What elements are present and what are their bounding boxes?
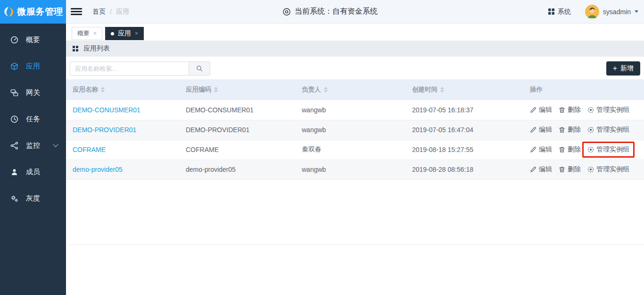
- sidebar-nav: 概要 应用 网关 任务 监控 成员 灰度: [0, 24, 66, 211]
- manage-instances-action[interactable]: 管理实例组: [584, 143, 633, 156]
- app-name-link[interactable]: demo-provider05: [73, 166, 123, 173]
- applications-table: 应用名称 应用编码 负责人 创建时间 操作 DEMO-CONUSMER01 DE…: [66, 79, 644, 180]
- sidebar-item-monitoring[interactable]: 监控: [0, 132, 66, 159]
- username: sysadmin: [603, 8, 631, 16]
- sort-icon[interactable]: [101, 85, 105, 94]
- panel-title: 应用列表: [83, 44, 110, 53]
- sidebar-item-label: 网关: [26, 88, 40, 97]
- main-content: 概要 应用 应用列表 新增 应用名称 应用编码: [66, 24, 644, 295]
- tab-applications[interactable]: 应用: [105, 27, 144, 40]
- topbar: 首页 应用 当前系统：自有资金系统 系统 sysadmin: [66, 0, 644, 24]
- search-button[interactable]: [189, 61, 210, 76]
- sidebar-item-members[interactable]: 成员: [0, 159, 66, 185]
- active-dot-icon: [111, 32, 114, 35]
- tab-label: 应用: [118, 29, 131, 38]
- sidebar-item-label: 监控: [26, 141, 40, 150]
- sidebar-item-applications[interactable]: 应用: [0, 53, 66, 79]
- column-header-actions: 操作: [523, 79, 644, 100]
- current-system-indicator: 当前系统：自有资金系统: [282, 7, 378, 17]
- sidebar-item-overview[interactable]: 概要: [0, 26, 66, 53]
- breadcrumb: 首页 应用: [92, 8, 129, 16]
- add-button[interactable]: 新增: [606, 61, 640, 76]
- edit-action[interactable]: 编辑: [530, 145, 552, 154]
- sidebar-item-tasks[interactable]: 任务: [0, 106, 66, 132]
- system-menu[interactable]: 系统: [548, 8, 571, 16]
- target-icon: [587, 166, 594, 173]
- target-icon: [587, 107, 594, 113]
- sort-icon[interactable]: [440, 85, 444, 94]
- sidebar-item-gateway[interactable]: 网关: [0, 79, 66, 106]
- sort-icon[interactable]: [214, 85, 218, 94]
- cube-icon: [10, 62, 18, 70]
- app-code-cell: demo-provider05: [179, 160, 295, 179]
- close-icon[interactable]: [135, 31, 138, 36]
- app-code-cell: DEMO-CONSUMER01: [179, 100, 295, 120]
- panel-header: 应用列表: [66, 41, 644, 57]
- app-name-link[interactable]: DEMO-CONUSMER01: [73, 106, 140, 114]
- hamburger-menu-icon[interactable]: [71, 7, 82, 17]
- created-cell: 2019-08-28 08:56:18: [405, 160, 523, 179]
- column-header-app-name[interactable]: 应用名称: [66, 79, 179, 100]
- app-name-link[interactable]: COFRAME: [73, 146, 106, 153]
- app-logo: 微服务管理: [0, 0, 66, 24]
- topbar-right: 系统 sysadmin: [548, 5, 638, 19]
- pencil-icon: [530, 146, 537, 153]
- manage-instances-action[interactable]: 管理实例组: [587, 126, 629, 134]
- sidebar-item-label: 应用: [26, 62, 40, 71]
- sidebar-item-label: 任务: [26, 115, 40, 124]
- trash-icon: [559, 146, 565, 153]
- app-code-cell: COFRAME: [179, 140, 295, 160]
- nodes-icon: [10, 142, 18, 150]
- edit-action[interactable]: 编辑: [530, 106, 552, 114]
- manage-instances-action[interactable]: 管理实例组: [587, 106, 629, 114]
- table-header-row: 应用名称 应用编码 负责人 创建时间 操作: [66, 79, 644, 100]
- sidebar-item-graydeploy[interactable]: 灰度: [0, 185, 66, 211]
- tab-bar: 概要 应用: [66, 24, 644, 41]
- delete-action[interactable]: 删除: [559, 145, 581, 154]
- target-icon: [587, 146, 594, 153]
- user-menu[interactable]: sysadmin: [585, 5, 638, 19]
- column-header-created[interactable]: 创建时间: [405, 79, 523, 100]
- edit-action[interactable]: 编辑: [530, 126, 552, 134]
- table-row: demo-provider05 demo-provider05 wangwb 2…: [66, 160, 644, 179]
- grid-icon: [548, 8, 554, 15]
- owner-cell: wangwb: [295, 160, 405, 179]
- manage-instances-action[interactable]: 管理实例组: [587, 165, 629, 174]
- clock-icon: [10, 115, 18, 123]
- search-input[interactable]: [70, 61, 189, 76]
- toolbar: 新增: [70, 61, 640, 76]
- edit-action[interactable]: 编辑: [530, 165, 552, 174]
- sort-icon[interactable]: [324, 85, 328, 94]
- breadcrumb-home[interactable]: 首页: [92, 8, 106, 16]
- trash-icon: [559, 166, 565, 173]
- target-icon: [587, 126, 594, 133]
- breadcrumb-separator: [110, 8, 112, 16]
- current-system-text: 当前系统：自有资金系统: [295, 7, 378, 17]
- breadcrumb-current: 应用: [116, 8, 129, 16]
- delete-action[interactable]: 删除: [559, 106, 581, 114]
- tab-overview[interactable]: 概要: [72, 27, 102, 40]
- owner-cell: wangwb: [295, 100, 405, 120]
- trash-icon: [559, 126, 565, 133]
- avatar: [585, 5, 599, 19]
- pencil-icon: [530, 126, 537, 133]
- trash-icon: [559, 107, 565, 113]
- close-icon[interactable]: [93, 31, 97, 36]
- delete-action[interactable]: 删除: [559, 165, 581, 174]
- column-header-owner[interactable]: 负责人: [295, 79, 405, 100]
- tab-label: 概要: [77, 29, 90, 38]
- table-row: DEMO-PROVIDER01 DEMO-PROVIDER01 wangwb 2…: [66, 120, 644, 140]
- table-row: DEMO-CONUSMER01 DEMO-CONSUMER01 wangwb 2…: [66, 100, 644, 120]
- caret-down-icon: [635, 10, 638, 15]
- gears-icon: [10, 194, 18, 202]
- sidebar-item-label: 概要: [26, 35, 40, 44]
- system-menu-label: 系统: [558, 8, 571, 16]
- sidebar-item-label: 灰度: [26, 194, 40, 203]
- column-header-app-code[interactable]: 应用编码: [179, 79, 295, 100]
- grid-icon: [73, 46, 78, 51]
- delete-action[interactable]: 删除: [559, 126, 581, 134]
- search-icon: [196, 65, 203, 72]
- app-name-link[interactable]: DEMO-PROVIDER01: [73, 126, 136, 134]
- row-actions: 编辑 删除 管理实例组: [530, 165, 644, 174]
- gateway-icon: [10, 89, 18, 97]
